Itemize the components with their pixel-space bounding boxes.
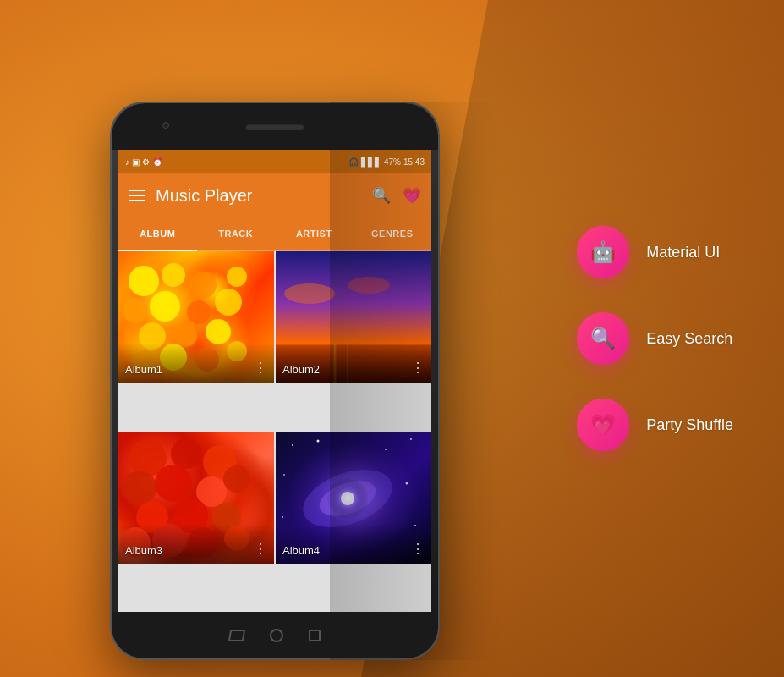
battery-pct: 47% [384, 157, 401, 167]
album1-name: Album1 [125, 363, 162, 376]
phone-body: ♪ ▣ ⚙ ⏰ 🎧 ▋▋▋ 47% 15:43 [110, 102, 440, 660]
menu-line-2 [129, 195, 145, 196]
album1-more-icon[interactable]: ⋮ [254, 360, 267, 376]
menu-line-3 [129, 200, 145, 201]
svg-point-18 [284, 283, 335, 304]
feature-easy-search: 🔍 Easy Search [577, 312, 733, 365]
album3-more-icon[interactable]: ⋮ [254, 541, 267, 557]
phone-top-bezel [112, 103, 438, 150]
album4-name: Album4 [282, 544, 320, 557]
phone-screen: ♪ ▣ ⚙ ⏰ 🎧 ▋▋▋ 47% 15:43 [118, 150, 431, 612]
feature-label-easy-search: Easy Search [646, 330, 732, 348]
menu-button[interactable] [129, 190, 145, 201]
search-feature-icon: 🔍 [590, 327, 616, 350]
nav-recent-btn[interactable] [309, 630, 321, 641]
svg-point-7 [215, 289, 242, 316]
feature-badge-material-ui: 🤖 [577, 226, 629, 278]
headphone-icon: 🎧 [348, 157, 359, 167]
music-status-icon: ♪ [125, 157, 129, 167]
album-cell-1[interactable]: Album1 ⋮ [118, 251, 274, 383]
features-list: 🤖 Material UI 🔍 Easy Search 💗 Party Shuf… [577, 226, 733, 451]
svg-point-6 [187, 300, 211, 324]
album-cell-4[interactable]: Album4 ⋮ [276, 432, 431, 564]
album-cell-3[interactable]: Album3 ⋮ [118, 432, 274, 564]
feature-label-material-ui: Material UI [646, 244, 720, 261]
album4-label: Album4 ⋮ [276, 524, 431, 564]
svg-point-1 [162, 263, 185, 287]
album2-name: Album2 [282, 363, 320, 376]
tabs-bar: ALBUM TRACK ARTIST GENRES [118, 217, 431, 251]
party-shuffle-icon: 💗 [590, 413, 616, 437]
status-bar: ♪ ▣ ⚙ ⏰ 🎧 ▋▋▋ 47% 15:43 [118, 150, 431, 173]
notification-icon: ▣ [132, 157, 140, 167]
time-display: 15:43 [403, 157, 425, 167]
svg-point-41 [406, 482, 408, 485]
svg-point-40 [283, 474, 285, 476]
album3-label: Album3 ⋮ [118, 524, 274, 564]
svg-point-36 [292, 444, 293, 446]
album2-label: Album2 ⋮ [276, 343, 431, 383]
tab-genres[interactable]: GENRES [354, 217, 432, 250]
album-cell-2[interactable]: Album2 ⋮ [276, 251, 431, 383]
svg-point-2 [189, 272, 217, 299]
feature-material-ui: 🤖 Material UI [577, 226, 733, 278]
svg-point-47 [341, 492, 354, 505]
speaker-grille [245, 124, 304, 130]
nav-home-btn[interactable] [270, 629, 283, 642]
status-right-icons: 🎧 ▋▋▋ 47% 15:43 [348, 157, 425, 167]
feature-badge-party-shuffle: 💗 [577, 399, 629, 451]
album3-name: Album3 [125, 544, 162, 557]
tab-track[interactable]: TRACK [197, 217, 276, 250]
svg-point-4 [123, 298, 148, 323]
nav-back-btn[interactable] [228, 630, 245, 641]
svg-point-5 [150, 291, 180, 322]
svg-point-19 [348, 277, 390, 294]
svg-point-10 [206, 319, 231, 344]
favorite-button[interactable]: 💗 [403, 186, 421, 205]
feature-label-party-shuffle: Party Shuffle [646, 416, 733, 434]
svg-point-38 [385, 449, 387, 450]
album4-more-icon[interactable]: ⋮ [411, 541, 425, 557]
android-icon: 🤖 [590, 240, 616, 264]
app-title: Music Player [156, 186, 362, 206]
search-button[interactable]: 🔍 [372, 186, 391, 205]
phone-bottom-bezel [112, 612, 438, 658]
svg-point-39 [410, 438, 412, 440]
feature-badge-easy-search: 🔍 [577, 312, 629, 365]
svg-point-37 [317, 440, 320, 443]
status-left-icons: ♪ ▣ ⚙ ⏰ [125, 157, 162, 167]
album1-label: Album1 ⋮ [118, 343, 274, 383]
svg-point-42 [282, 516, 283, 518]
usb-icon: ⚙ [142, 157, 150, 167]
svg-point-3 [227, 267, 247, 287]
signal-bars: ▋▋▋ [361, 157, 381, 167]
svg-point-0 [129, 266, 159, 296]
alarm-icon: ⏰ [152, 157, 162, 167]
album-grid: Album1 ⋮ [118, 251, 431, 612]
svg-point-25 [123, 471, 156, 504]
menu-line-1 [129, 190, 145, 191]
album2-more-icon[interactable]: ⋮ [411, 360, 425, 376]
svg-point-23 [171, 438, 201, 469]
svg-point-26 [155, 465, 192, 502]
app-bar-actions: 🔍 💗 [372, 186, 421, 205]
tab-artist[interactable]: ARTIST [275, 217, 354, 250]
front-camera [162, 122, 169, 129]
svg-point-28 [223, 465, 250, 493]
app-bar: Music Player 🔍 💗 [118, 173, 431, 217]
feature-party-shuffle: 💗 Party Shuffle [577, 399, 733, 451]
phone-device: ♪ ▣ ⚙ ⏰ 🎧 ▋▋▋ 47% 15:43 [110, 102, 440, 660]
tab-album[interactable]: ALBUM [118, 217, 197, 250]
